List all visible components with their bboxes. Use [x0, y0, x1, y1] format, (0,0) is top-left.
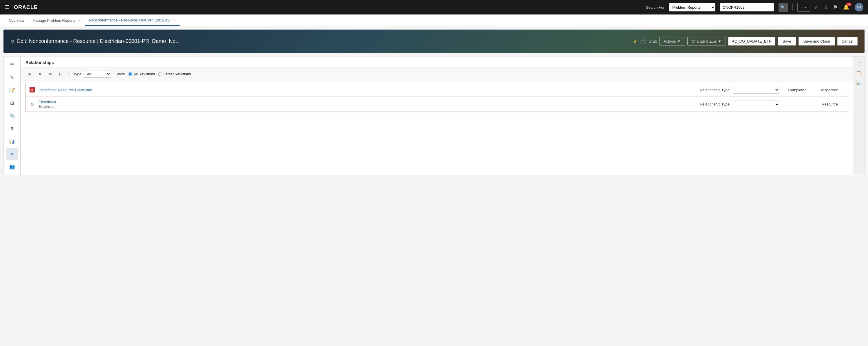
change-status-label: Change Status: [692, 39, 717, 44]
electrician-link[interactable]: Electrician: [38, 100, 56, 104]
all-revisions-option[interactable]: All Revisions: [129, 72, 155, 76]
right-clipboard-icon[interactable]: 📋: [855, 69, 863, 77]
inspection-icon: ✕: [29, 87, 35, 93]
search-for-label: Search For: [646, 5, 664, 9]
change-status-button[interactable]: Change Status ▼: [687, 37, 726, 46]
sidebar-relationships-icon[interactable]: ✦: [6, 148, 18, 160]
sidebar-team-icon[interactable]: 👥: [6, 161, 18, 172]
tab-manage-problem-reports-close[interactable]: ✕: [78, 19, 81, 22]
chevron-down-icon: ▼: [804, 6, 807, 9]
relationship-type-select-2[interactable]: [733, 100, 779, 108]
sidebar-upload-icon[interactable]: ⬆: [6, 122, 18, 134]
tab-overview[interactable]: Overview: [5, 16, 28, 26]
show-label: Show: [116, 72, 125, 76]
type-label: Type: [73, 72, 81, 76]
status-label: Draft: [649, 39, 657, 44]
relationships-table: ✕ Inspection: Resource Electrician Relat…: [26, 83, 848, 112]
sidebar-list-icon[interactable]: ☰: [6, 59, 18, 70]
sidebar-table-icon[interactable]: ⊞: [6, 97, 18, 109]
toolbar-table-icon[interactable]: ⊟: [57, 70, 65, 78]
tab-bar: Overview Manage Problem Reports ✕ Noncon…: [0, 15, 868, 26]
all-revisions-label: All Revisions: [133, 72, 155, 76]
table-row: ✕ Inspection: Resource Electrician Relat…: [26, 83, 848, 97]
right-sidebar: 📄 📋 📊: [853, 56, 865, 175]
table-row: ⚙ Electrician Electrician Relationship T…: [26, 97, 848, 112]
tab-nonconformance-resource-label: Nonconformance - Resource: ONCPR_1002(V1…: [89, 18, 170, 22]
electrician-name-block: Electrician Electrician: [38, 100, 691, 109]
save-and-close-button[interactable]: Save and Close: [799, 37, 835, 46]
tab-nonconformance-resource[interactable]: Nonconformance - Resource: ONCPR_1002(V1…: [85, 16, 180, 26]
relationships-heading: Relationships: [21, 57, 852, 67]
favorites-icon[interactable]: ☆: [824, 4, 828, 10]
tab-overview-label: Overview: [9, 18, 24, 23]
electrician-sub-name: Electrician: [38, 105, 691, 109]
search-for-dropdown[interactable]: Problem Reports Inspections Resources: [669, 3, 715, 11]
header-actions: Draft Actions ▼ Change Status ▼ AC_CO_UP…: [649, 37, 858, 46]
tab-nonconformance-resource-close[interactable]: ✕: [173, 18, 176, 22]
cancel-button[interactable]: Cancel: [837, 37, 858, 46]
right-chart-icon[interactable]: 📊: [855, 79, 863, 87]
user-avatar[interactable]: SJ: [855, 3, 863, 11]
hamburger-menu-icon[interactable]: ☰: [5, 4, 9, 10]
relationship-type-label-1: Relationship Type: [695, 88, 730, 92]
relationships-toolbar: ⊞ ✕ ⧉ ⊟ Type All Inspection Resource Sho…: [21, 67, 852, 81]
inspection-name-block: Inspection: Resource Electrician: [38, 88, 691, 92]
all-revisions-radio[interactable]: [129, 72, 132, 76]
save-button[interactable]: Save: [778, 37, 796, 46]
notifications-icon[interactable]: 🔔 14: [843, 4, 849, 10]
change-status-chevron-icon: ▼: [718, 39, 721, 44]
main-layout: ☰ ✎ 📝 ⊞ 📎 ⬆ 📊 ✦ 👥 Relationships ⊞ ✕ ⧉ ⊟ …: [3, 56, 865, 175]
notification-count: 14: [846, 3, 851, 6]
sidebar-notes-icon[interactable]: 📝: [6, 84, 18, 96]
top-nav-bar: ☰ ORACLE Search For Problem Reports Insp…: [0, 0, 868, 15]
search-icon: 🔍: [781, 5, 785, 9]
type-select[interactable]: All Inspection Resource: [84, 70, 111, 78]
latest-revisions-option[interactable]: Latest Revisions: [158, 72, 191, 76]
oracle-logo: ORACLE: [14, 4, 38, 10]
star-icon[interactable]: ★: [633, 38, 637, 44]
actions-chevron-icon: ▼: [677, 39, 681, 44]
sidebar-edit-icon[interactable]: ✎: [6, 71, 18, 83]
home-icon[interactable]: ⌂: [815, 4, 818, 10]
toolbar-add-icon[interactable]: ⊞: [26, 70, 34, 78]
tab-manage-problem-reports-label: Manage Problem Reports: [32, 18, 75, 23]
tab-manage-problem-reports[interactable]: Manage Problem Reports ✕: [28, 16, 85, 26]
page-title: Edit: Nonconformance - Resource | Electr…: [17, 38, 630, 44]
toolbar-copy-icon[interactable]: ⧉: [46, 70, 55, 78]
actions-label: Actions: [663, 39, 676, 44]
actions-button[interactable]: Actions ▼: [659, 37, 685, 46]
inspection-category: Inspection: [815, 88, 844, 92]
add-new-button[interactable]: + ▼: [797, 3, 810, 11]
content-area: Relationships ⊞ ✕ ⧉ ⊟ Type All Inspectio…: [21, 56, 853, 175]
sidebar-chart-icon[interactable]: 📊: [6, 135, 18, 147]
show-radio-group: All Revisions Latest Revisions: [129, 72, 191, 76]
right-doc-icon[interactable]: 📄: [855, 59, 863, 67]
sidebar-attach-icon[interactable]: 📎: [6, 110, 18, 121]
plus-icon: +: [801, 5, 803, 10]
search-button[interactable]: 🔍: [778, 3, 788, 11]
inspection-link[interactable]: Inspection: Resource Electrician: [38, 88, 92, 92]
ac-update-button[interactable]: AC_CO_UPDATE_BTN: [728, 37, 775, 46]
nav-icons: ⌂ ☆ ⚑ 🔔 14 SJ: [815, 3, 863, 11]
electrician-category: Resource: [815, 102, 844, 106]
relationship-type-label-2: Relationship Type: [695, 102, 730, 106]
search-input[interactable]: [720, 3, 774, 11]
left-sidebar: ☰ ✎ 📝 ⊞ 📎 ⬆ 📊 ✦ 👥: [3, 56, 21, 175]
page-header: ↺ Edit: Nonconformance - Resource | Elec…: [3, 30, 865, 53]
toolbar-separator: [68, 71, 69, 77]
toolbar-delete-icon[interactable]: ✕: [36, 70, 44, 78]
help-icon[interactable]: ?: [640, 38, 646, 44]
relationship-type-select-1[interactable]: [733, 86, 779, 94]
electrician-icon: ⚙: [29, 102, 35, 107]
refresh-icon[interactable]: ↺: [10, 38, 14, 44]
inspection-status: Completed: [783, 88, 812, 92]
latest-revisions-label: Latest Revisions: [163, 72, 191, 76]
latest-revisions-radio[interactable]: [158, 72, 162, 76]
flag-icon[interactable]: ⚑: [833, 4, 838, 10]
